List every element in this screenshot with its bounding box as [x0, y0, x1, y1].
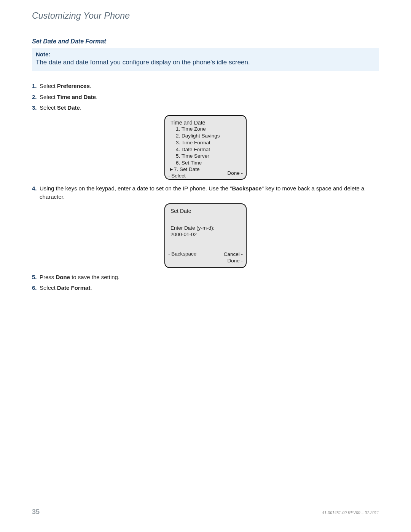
menu-item-daylight-savings: Daylight Savings [176, 133, 242, 139]
phone-screen-set-date: Set Date Enter Date (y-m-d): 2000-01-02 … [164, 203, 247, 268]
step-suffix: . [90, 83, 91, 89]
menu-item-set-time: Set Time [176, 160, 242, 166]
step-number: 4. [32, 184, 37, 193]
section-heading: Set Date and Date Format [32, 38, 379, 45]
phone-screen-time-and-date: Time and Date Time Zone Daylight Savings… [164, 115, 247, 180]
step-suffix: . [96, 94, 97, 100]
screen-menu-list: Time Zone Daylight Savings Time Format D… [170, 126, 242, 166]
menu-item-time-server: Time Server [176, 153, 242, 160]
note-body: The date and date format you configure d… [36, 58, 375, 67]
page-number: 35 [32, 508, 40, 516]
menu-item-label: Set Date [180, 166, 200, 172]
step-4: 4. Using the keys on the keypad, enter a… [32, 184, 379, 201]
page-footer: 35 41-001451-00 REV00 – 07.2011 [32, 508, 379, 516]
step-number: 3. [32, 103, 37, 113]
screen-title: Set Date [170, 208, 242, 214]
softkeys-right: Cancel - Done - [224, 251, 243, 264]
menu-item-time-format: Time Format [176, 139, 242, 146]
step-suffix: . [90, 284, 92, 291]
step-bold: Backspace [232, 185, 261, 192]
step-2: 2. Select Time and Date. [32, 93, 379, 102]
steps-list-cont: 4. Using the keys on the keypad, enter a… [32, 184, 379, 201]
step-text: Select [40, 284, 57, 291]
step-number: 5. [32, 273, 37, 282]
step-bold: Done [56, 274, 70, 280]
screen-title: Time and Date [170, 120, 242, 126]
step-text: Select [40, 94, 57, 100]
steps-list-cont2: 5. Press Done to save the setting. 6. Se… [32, 273, 379, 293]
note-box: Note: The date and date format you confi… [32, 48, 379, 71]
step-text: Select [40, 83, 57, 89]
step-text: Press [40, 274, 56, 280]
prompt-label: Enter Date (y-m-d): [170, 225, 242, 232]
note-label: Note: [36, 51, 375, 58]
step-6: 6. Select Date Format. [32, 283, 379, 293]
step-suffix: . [80, 104, 81, 111]
softkey-cancel: Cancel - [224, 251, 243, 258]
step-1: 1. Select Preferences. [32, 81, 379, 91]
step-number: 2. [32, 93, 37, 102]
step-3: 3. Select Set Date. [32, 103, 379, 113]
step-5: 5. Press Done to save the setting. [32, 273, 379, 282]
menu-item-time-zone: Time Zone [176, 126, 242, 133]
step-text: Select [40, 104, 57, 111]
steps-list: 1. Select Preferences. 2. Select Time an… [32, 81, 379, 113]
step-bold: Preferences [57, 83, 90, 89]
step-suffix: to save the setting. [70, 274, 119, 280]
chapter-title: Customizing Your Phone [32, 11, 379, 21]
date-prompt: Enter Date (y-m-d): 2000-01-02 [170, 225, 242, 238]
softkey-done: Done - [224, 257, 243, 264]
date-value: 2000-01-02 [170, 231, 242, 238]
pointer-icon: ▶ [170, 167, 173, 172]
step-bold: Date Format [57, 284, 91, 291]
step-bold: Set Date [57, 104, 80, 111]
step-bold: Time and Date [57, 94, 96, 100]
softkey-done: Done - [227, 170, 243, 176]
menu-item-date-format: Date Format [176, 146, 242, 153]
step-number: 1. [32, 81, 37, 91]
softkey-backspace: - Backspace [168, 251, 196, 257]
document-id: 41-001451-00 REV00 – 07.2011 [322, 511, 379, 515]
menu-item-set-date: 7. Set Date [174, 166, 200, 172]
step-number: 6. [32, 283, 37, 293]
divider [32, 31, 379, 31]
step-text: Using the keys on the keypad, enter a da… [40, 185, 230, 192]
